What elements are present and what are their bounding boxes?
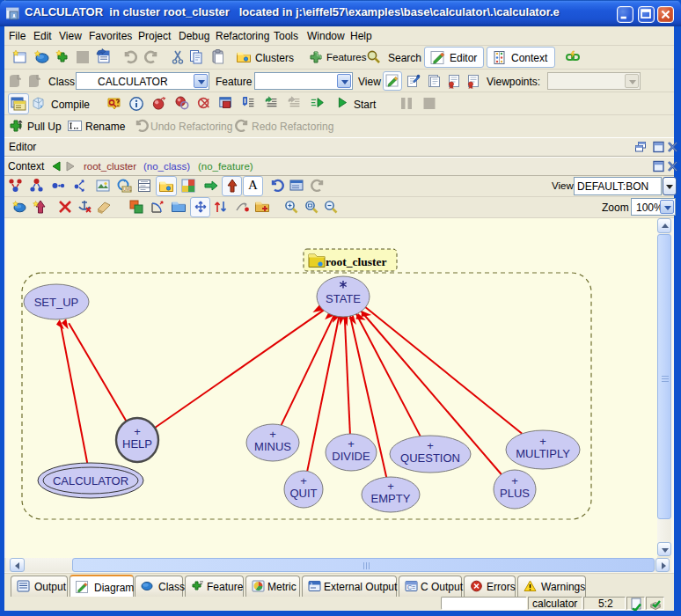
svg-text:+: + bbox=[269, 428, 276, 441]
svg-text:+: + bbox=[539, 435, 546, 448]
svg-text:C=: C= bbox=[407, 584, 415, 590]
svg-text:CALCULATOR: CALCULATOR bbox=[53, 474, 128, 488]
svg-text:+: + bbox=[427, 439, 434, 452]
svg-text:SET_UP: SET_UP bbox=[34, 296, 79, 309]
svg-text:+: + bbox=[300, 474, 307, 488]
svg-text:QUIT: QUIT bbox=[289, 487, 317, 500]
svg-text:MULTIPLY: MULTIPLY bbox=[516, 447, 570, 460]
svg-text:HELP: HELP bbox=[122, 437, 152, 451]
svg-text:STATE: STATE bbox=[326, 292, 361, 305]
svg-text:+: + bbox=[348, 437, 355, 451]
svg-text:EMPTY: EMPTY bbox=[371, 492, 411, 505]
svg-text:+: + bbox=[511, 474, 518, 488]
svg-text:+: + bbox=[387, 480, 394, 493]
svg-text:+: + bbox=[134, 425, 141, 438]
svg-text:MINUS: MINUS bbox=[254, 440, 291, 453]
svg-text:UML: UML bbox=[123, 187, 132, 192]
svg-text:root_cluster: root_cluster bbox=[326, 255, 386, 268]
svg-text:DIVIDE: DIVIDE bbox=[332, 450, 370, 463]
svg-text:QUESTION: QUESTION bbox=[400, 451, 460, 465]
svg-text:PLUS: PLUS bbox=[500, 487, 530, 500]
